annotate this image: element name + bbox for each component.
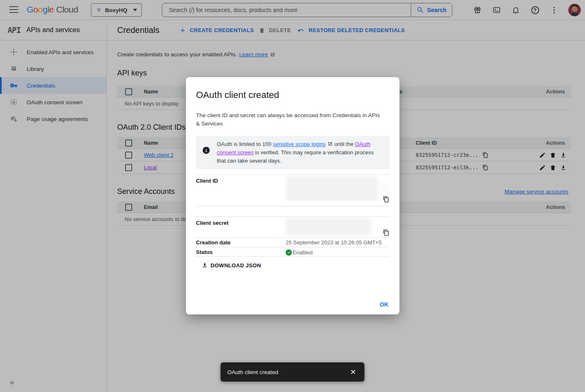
status-row: Status Enabled	[196, 247, 389, 256]
toast-message: OAuth client created	[227, 369, 349, 375]
dialog-title: OAuth client created	[196, 90, 389, 101]
status-value: Enabled	[286, 247, 389, 256]
client-id-value-redacted	[286, 175, 389, 206]
client-id-row: Client ID	[196, 174, 389, 206]
sensitive-scope-logins-link[interactable]: sensitive scope logins	[273, 141, 325, 147]
copy-icon[interactable]	[383, 196, 389, 203]
oauth-client-created-dialog: OAuth client created The client ID and s…	[186, 77, 399, 314]
check-circle-icon	[286, 249, 292, 256]
creation-date-value: 25 September 2023 at 10:26:05 GMT+5	[286, 238, 389, 247]
notice-text: OAuth is limited to 100 sensitive scope …	[217, 140, 380, 165]
snackbar-toast: OAuth client created ✕	[221, 362, 364, 382]
external-link-icon	[327, 141, 333, 147]
info-icon: i	[203, 147, 210, 154]
status-label: Status	[196, 247, 286, 256]
creation-date-row: Creation date 25 September 2023 at 10:26…	[196, 237, 389, 247]
close-icon[interactable]: ✕	[349, 366, 358, 378]
download-icon	[201, 262, 208, 269]
client-id-label: Client ID	[196, 175, 286, 206]
verification-notice: i OAuth is limited to 100 sensitive scop…	[196, 136, 389, 169]
creation-date-label: Creation date	[196, 238, 286, 247]
client-secret-value-redacted	[286, 217, 389, 237]
client-details: Client ID Client secret Creation date 25…	[196, 174, 389, 256]
client-secret-label: Client secret	[196, 217, 286, 237]
download-json-button[interactable]: DOWNLOAD JSON	[201, 262, 261, 269]
client-secret-row: Client secret	[196, 216, 389, 237]
ok-button[interactable]: OK	[379, 301, 389, 308]
copy-icon[interactable]	[383, 229, 389, 236]
spacer-row	[196, 206, 389, 216]
dialog-body-text: The client ID and secret can always be a…	[196, 111, 384, 128]
